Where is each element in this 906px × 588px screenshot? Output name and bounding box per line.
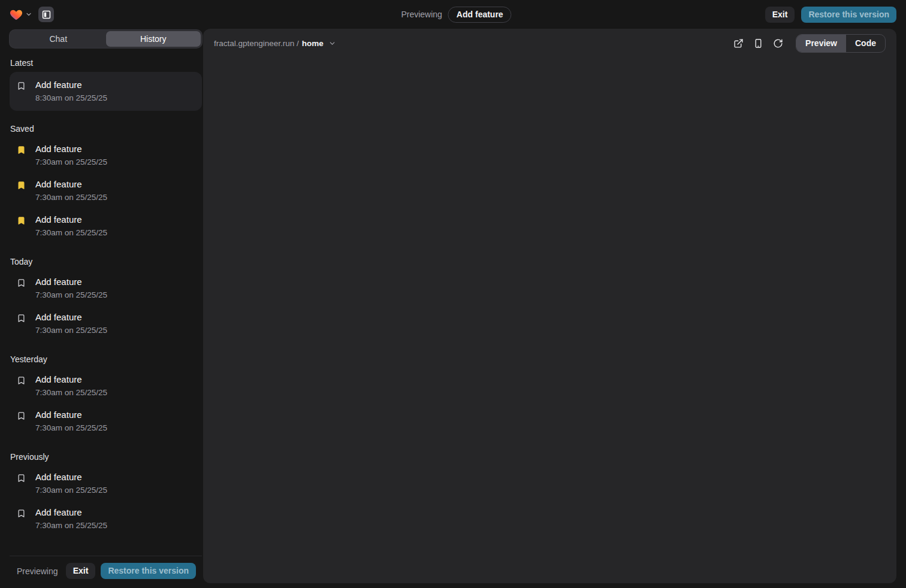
topbar-left: [10, 7, 54, 22]
item-text: Add feature 7:30am on 25/25/25: [35, 410, 107, 433]
bookmark-icon: [17, 376, 26, 385]
section-items: Add feature 7:30am on 25/25/25 Add featu…: [10, 466, 202, 537]
topbar-center: Previewing Add feature: [401, 0, 511, 29]
section-items: Add feature 7:30am on 25/25/25 Add featu…: [10, 138, 202, 244]
app-root: Previewing Add feature Exit Restore this…: [0, 0, 906, 588]
section-title: Yesterday: [10, 354, 202, 364]
history-sidebar: Chat History Latest Add feature 8:30am o…: [0, 29, 203, 588]
previewing-label: Previewing: [401, 10, 442, 19]
preview-panel: fractal.gptengineer.run / home: [203, 29, 896, 583]
smartphone-icon: [753, 38, 763, 49]
url-page: home: [302, 39, 324, 48]
item-timestamp: 7:30am on 25/25/25: [35, 157, 107, 167]
item-text: Add feature 7:30am on 25/25/25: [35, 214, 107, 238]
section-title: Today: [10, 257, 202, 266]
item-timestamp: 7:30am on 25/25/25: [35, 326, 107, 335]
section-title: Saved: [10, 124, 202, 134]
section-items: Add feature 7:30am on 25/25/25 Add featu…: [10, 271, 202, 341]
history-item[interactable]: Add feature 7:30am on 25/25/25: [10, 173, 202, 208]
preview-actions: Preview Code: [730, 34, 886, 53]
history-section: Saved Add feature 7:30am on 25/25/25 Add…: [10, 124, 202, 244]
item-title: Add feature: [35, 80, 107, 90]
preview-content: [203, 57, 896, 583]
section-title: Latest: [10, 58, 202, 68]
bookmark-filled-icon: [17, 146, 26, 154]
item-timestamp: 7:30am on 25/25/25: [35, 228, 107, 238]
exit-button[interactable]: Exit: [765, 7, 795, 23]
sidebar-tabs: Chat History: [10, 30, 202, 48]
item-title: Add feature: [35, 374, 107, 385]
footer-restore-button[interactable]: Restore this version: [101, 563, 196, 579]
tab-chat[interactable]: Chat: [11, 31, 106, 47]
item-title: Add feature: [35, 214, 107, 225]
history-item[interactable]: Add feature 7:30am on 25/25/25: [10, 306, 202, 341]
history-section: Previously Add feature 7:30am on 25/25/2…: [10, 452, 202, 537]
item-timestamp: 7:30am on 25/25/25: [35, 388, 107, 398]
history-item[interactable]: Add feature 7:30am on 25/25/25: [10, 138, 202, 173]
external-link-icon: [733, 38, 744, 49]
history-item[interactable]: Add feature 7:30am on 25/25/25: [10, 368, 202, 404]
history-item[interactable]: Add feature 8:30am on 25/25/25: [10, 72, 202, 111]
history-item[interactable]: Add feature 7:30am on 25/25/25: [10, 404, 202, 439]
chevron-down-icon: [328, 40, 336, 47]
bookmark-filled-icon: [17, 216, 26, 225]
version-badge: Add feature: [448, 7, 512, 23]
restore-version-button[interactable]: Restore this version: [801, 7, 896, 23]
item-timestamp: 7:30am on 25/25/25: [35, 521, 107, 531]
item-timestamp: 7:30am on 25/25/25: [35, 290, 107, 300]
open-in-new-tab-button[interactable]: [730, 35, 746, 51]
bookmark-filled-icon: [17, 181, 26, 190]
history-section: Latest Add feature 8:30am on 25/25/25: [10, 58, 202, 111]
topbar-right: Exit Restore this version: [765, 7, 896, 23]
item-text: Add feature 7:30am on 25/25/25: [35, 312, 107, 335]
item-text: Add feature 7:30am on 25/25/25: [35, 472, 107, 495]
preview-mode-button[interactable]: Preview: [796, 35, 846, 52]
item-text: Add feature 8:30am on 25/25/25: [35, 80, 107, 103]
item-title: Add feature: [35, 179, 107, 190]
item-title: Add feature: [35, 410, 107, 420]
content-row: Chat History Latest Add feature 8:30am o…: [0, 29, 906, 588]
item-text: Add feature 7:30am on 25/25/25: [35, 277, 107, 300]
item-title: Add feature: [35, 472, 107, 483]
item-title: Add feature: [35, 312, 107, 323]
panel-left-icon: [42, 10, 51, 19]
preview-url-dropdown[interactable]: fractal.gptengineer.run / home: [214, 39, 336, 48]
item-text: Add feature 7:30am on 25/25/25: [35, 507, 107, 531]
refresh-button[interactable]: [770, 35, 786, 51]
bookmark-icon: [17, 278, 26, 287]
item-title: Add feature: [35, 144, 107, 154]
topbar: Previewing Add feature Exit Restore this…: [0, 0, 906, 29]
preview-header: fractal.gptengineer.run / home: [203, 29, 896, 57]
item-text: Add feature 7:30am on 25/25/25: [35, 179, 107, 202]
lovable-heart-icon: [10, 8, 23, 20]
item-title: Add feature: [35, 277, 107, 287]
bookmark-icon: [17, 314, 26, 323]
item-timestamp: 7:30am on 25/25/25: [35, 486, 107, 495]
history-list: Latest Add feature 8:30am on 25/25/25 Sa…: [10, 48, 202, 556]
bookmark-icon: [17, 411, 26, 420]
logo-menu[interactable]: [10, 8, 32, 20]
history-item[interactable]: Add feature 7:30am on 25/25/25: [10, 271, 202, 306]
history-section: Today Add feature 7:30am on 25/25/25 Add…: [10, 257, 202, 341]
toggle-sidebar-button[interactable]: [38, 7, 54, 22]
refresh-icon: [773, 38, 783, 49]
sidebar-footer: Previewing Exit Restore this version: [10, 556, 202, 588]
bookmark-icon: [17, 509, 26, 518]
code-mode-button[interactable]: Code: [846, 35, 885, 52]
footer-status-label: Previewing: [17, 566, 58, 576]
tab-history[interactable]: History: [106, 31, 201, 47]
section-title: Previously: [10, 452, 202, 462]
section-items: Add feature 8:30am on 25/25/25: [10, 72, 202, 111]
mobile-view-button[interactable]: [750, 35, 766, 51]
item-timestamp: 8:30am on 25/25/25: [35, 93, 107, 103]
footer-exit-button[interactable]: Exit: [66, 563, 96, 579]
bookmark-icon: [17, 474, 26, 483]
history-item[interactable]: Add feature 7:30am on 25/25/25: [10, 208, 202, 244]
history-item[interactable]: Add feature 7:30am on 25/25/25: [10, 501, 202, 537]
item-timestamp: 7:30am on 25/25/25: [35, 423, 107, 433]
item-text: Add feature 7:30am on 25/25/25: [35, 374, 107, 398]
history-item[interactable]: Add feature 7:30am on 25/25/25: [10, 466, 202, 501]
item-text: Add feature 7:30am on 25/25/25: [35, 144, 107, 167]
item-title: Add feature: [35, 507, 107, 518]
item-timestamp: 7:30am on 25/25/25: [35, 193, 107, 202]
